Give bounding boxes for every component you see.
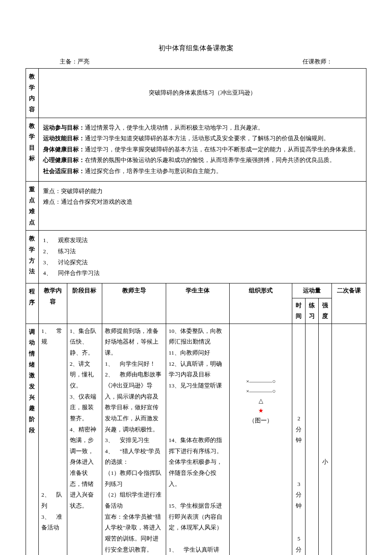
head-stagegoal: 阶段目标 [67, 283, 102, 324]
org-diagram: ×————○ ×————○ △ ★ （图一） [232, 326, 289, 426]
preparer-name: 严亮 [78, 58, 89, 65]
stage1-seq: 调动情绪激发兴趣阶段 [26, 324, 39, 555]
method-3: 4、 同伴合作学习法 [43, 268, 362, 279]
goal-label-3: 心理健康目标： [43, 157, 85, 163]
lesson-table: 教学内容 突破障碍的身体素质练习（冲出亚玛逊） 教学目标 运动参与目标：通过情景… [26, 68, 366, 555]
head-teacherlead: 教师主导 [102, 283, 166, 324]
head-lianxi: 练习 [306, 298, 319, 324]
stage1-lianxi [306, 324, 319, 555]
org-line1: ×————○ [232, 377, 289, 387]
method-0: 1、 观察发现法 [43, 235, 362, 246]
head-studentbody: 学生主体 [166, 283, 229, 324]
method-2: 3、 讨论探究法 [43, 257, 362, 268]
star-icon: ★ [232, 406, 289, 416]
org-line2: ×————○ [232, 387, 289, 396]
header-line: 主备：严亮 任课教师： [26, 57, 366, 68]
teacher-label: 任课教师： [303, 57, 332, 66]
head-seq: 程序 [26, 283, 39, 324]
row-methods: 教学方法 1、 观察发现法 2、 练习法 3、 讨论探究法 4、 同伴合作学习法 [26, 231, 366, 283]
row-goals: 教学目标 运动参与目标：通过情景导入，使学生入境动情，从而积极主动地学习，且兴趣… [26, 118, 366, 181]
head-qiangdu: 强度 [319, 298, 332, 324]
goal-label-1: 运动技能目标： [43, 135, 85, 142]
label-methods: 教学方法 [26, 231, 39, 283]
goal-text-4: 通过探究合作，培养学生主动参与意识和自主能力。 [85, 168, 222, 174]
stage1-stagegoal: 1、集合队伍快、静、齐。 2、讲文明，懂礼仪。 3、仪表端庄，服装整齐。 4、精… [67, 324, 102, 555]
label-content: 教学内容 [26, 68, 39, 118]
keypoint-2: 难点：通过合作探究对游戏的改造 [43, 197, 362, 208]
stage1-teachcontent: 1、 常规 2、 队列 3、 准备活动 [38, 324, 67, 555]
goal-label-4: 社会适应目标： [43, 168, 85, 174]
head-teachcontent: 教学内容 [38, 283, 67, 324]
keypoint-1: 重点：突破障碍的能力 [43, 186, 362, 197]
stage1-second [332, 324, 366, 555]
goal-text-0: 通过情景导入，使学生入境动情，从而积极主动地学习，且兴趣浓。 [85, 124, 264, 131]
row-content: 教学内容 突破障碍的身体素质练习（冲出亚玛逊） [26, 68, 366, 118]
head-second: 二次备课 [332, 283, 366, 324]
triangle-icon: △ [232, 396, 289, 406]
label-keypoints: 重点难点 [26, 181, 39, 231]
head-time: 时间 [292, 298, 306, 324]
goal-text-1: 通过学习学生知道突破障碍的基本方法，活动形式及安全要求，了解练习的价值及创编规则… [85, 135, 329, 142]
goal-text-2: 通过学习，使学生掌握突破障碍的基本方法，在练习中不断形成一定的能力，从而提高学生… [85, 146, 359, 153]
value-methods: 1、 观察发现法 2、 练习法 3、 讨论探究法 4、 同伴合作学习法 [38, 231, 366, 283]
stage1-teacherlead: 教师提前到场，准备好场地器材，等候上课。 1、 向学生问好！ 2、 教师由电影故… [102, 324, 166, 555]
value-keypoints: 重点：突破障碍的能力 难点：通过合作探究对游戏的改造 [38, 181, 366, 231]
value-goals: 运动参与目标：通过情景导入，使学生入境动情，从而积极主动地学习，且兴趣浓。 运动… [38, 118, 366, 181]
goal-label-0: 运动参与目标： [43, 124, 85, 131]
head-orgform: 组织形式 [230, 283, 292, 324]
org-caption: （图一） [232, 416, 289, 426]
head-exercise: 运动量 [292, 283, 332, 298]
stage1-time: 2分钟 3分钟 5分钟 [292, 324, 306, 555]
goal-text-3: 在情景的氛围中体验运动的乐趣和成功的愉悦，从而培养学生顽强拼搏，同舟共济的优良品… [85, 157, 335, 163]
stage1-studentbody: 10、体委整队，向教师汇报出勤情况 11、向教师问好 12、认真听讲，明确学习内… [166, 324, 229, 555]
table-header-row1: 程序 教学内容 阶段目标 教师主导 学生主体 组织形式 运动量 二次备课 [26, 283, 366, 298]
label-goals: 教学目标 [26, 118, 39, 181]
stage1-orgform: ×————○ ×————○ △ ★ （图一） [230, 324, 292, 555]
table-row-stage1: 调动情绪激发兴趣阶段 1、 常规 2、 队列 3、 准备活动 1、集合队伍快、静… [26, 324, 366, 555]
method-1: 2、 练习法 [43, 246, 362, 257]
row-keypoints: 重点难点 重点：突破障碍的能力 难点：通过合作探究对游戏的改造 [26, 181, 366, 231]
preparer: 主备：严亮 [60, 57, 89, 66]
stage1-qiangdu: 小 [319, 324, 332, 555]
goal-label-2: 身体健康目标： [43, 146, 85, 153]
value-content: 突破障碍的身体素质练习（冲出亚玛逊） [38, 68, 366, 118]
page-title: 初中体育组集体备课教案 [26, 43, 366, 54]
preparer-label: 主备： [60, 58, 78, 65]
